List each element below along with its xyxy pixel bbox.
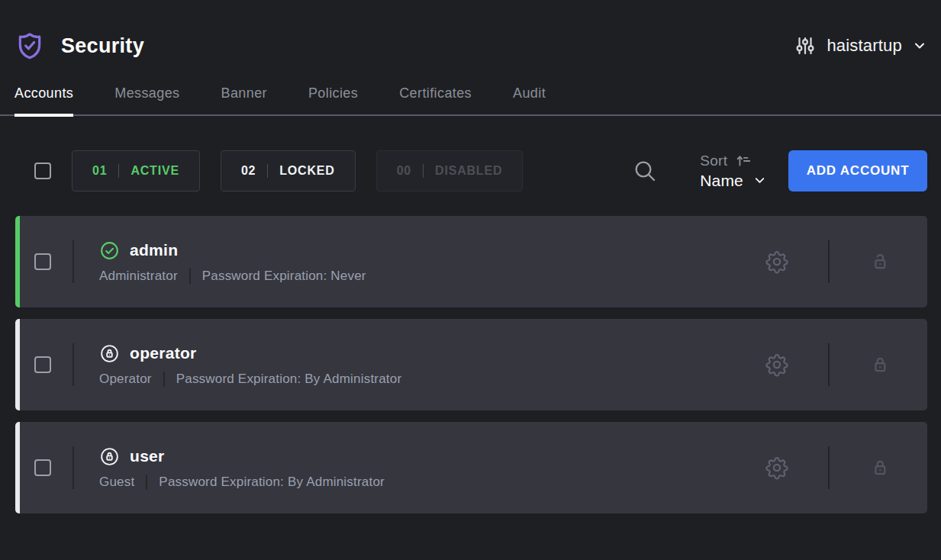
account-row: admin Administrator Password Expiration:… [15,216,927,307]
subtitle-divider [146,475,147,490]
account-name: admin [130,241,178,259]
subtitle-divider [189,269,191,284]
password-expiration: Password Expiration: Never [202,269,366,284]
filter-label: DISABLED [435,164,502,178]
lock-icon[interactable] [868,353,891,376]
account-settings-gear-icon[interactable] [765,249,789,274]
filter-chip-locked[interactable]: 02 LOCKED [221,150,356,191]
filter-chip-active[interactable]: 01 ACTIVE [72,150,200,191]
actions-divider [828,240,830,283]
lock-icon[interactable] [868,456,891,479]
tab-messages[interactable]: Messages [114,85,179,114]
status-locked-icon [99,446,120,467]
chevron-down-icon [752,173,767,188]
password-expiration: Password Expiration: By Administrator [159,475,385,490]
workspace-label: haistartup [827,36,902,56]
page-title: Security [61,34,144,58]
chip-divider [423,164,424,178]
unlock-icon[interactable] [868,250,891,273]
tab-policies[interactable]: Policies [308,85,358,114]
account-list: admin Administrator Password Expiration:… [0,216,941,513]
chip-divider [267,164,268,178]
row-checkbox[interactable] [34,253,51,270]
sort-value: Name [700,172,743,190]
chip-divider [118,164,119,178]
filter-count: 01 [92,164,107,178]
tab-banner[interactable]: Banner [221,85,267,114]
sliders-icon [794,34,817,57]
add-account-button[interactable]: ADD ACCOUNT [788,150,927,191]
row-divider [73,446,74,489]
accounts-toolbar: 01 ACTIVE 02 LOCKED 00 DISABLED Sort [15,150,927,191]
account-name: user [130,447,165,465]
account-row: user Guest Password Expiration: By Admin… [15,422,927,513]
select-all-checkbox[interactable] [34,163,51,179]
account-settings-gear-icon[interactable] [765,352,789,377]
account-name: operator [130,344,197,362]
workspace-menu[interactable]: haistartup [794,34,927,57]
row-checkbox[interactable] [34,459,51,476]
row-divider [73,240,74,283]
sort-asc-icon [735,153,752,169]
account-settings-gear-icon[interactable] [765,455,789,480]
account-role: Guest [99,475,134,490]
subtitle-divider [163,372,165,387]
actions-divider [828,446,830,489]
security-shield-icon [15,31,44,61]
filter-label: ACTIVE [131,164,179,178]
chevron-down-icon [912,38,927,53]
password-expiration: Password Expiration: By Administrator [176,372,402,387]
tab-bar: Accounts Messages Banner Policies Certif… [0,85,941,116]
account-row: operator Operator Password Expiration: B… [15,319,927,410]
app-header: Security haistartup [0,0,941,61]
row-checkbox[interactable] [34,356,51,373]
status-active-icon [99,240,120,261]
sort-label: Sort [700,153,727,169]
row-divider [73,343,74,386]
filter-count: 02 [241,164,256,178]
tab-audit[interactable]: Audit [513,85,546,114]
tab-certificates[interactable]: Certificates [399,85,472,114]
account-role: Operator [99,372,152,387]
actions-divider [828,343,830,386]
search-icon[interactable] [633,159,657,183]
account-role: Administrator [99,269,178,284]
tab-accounts[interactable]: Accounts [15,85,73,114]
filter-count: 00 [397,164,411,178]
filter-label: LOCKED [279,164,334,178]
sort-control[interactable]: Sort Name [700,153,767,190]
filter-chip-disabled[interactable]: 00 DISABLED [376,150,524,191]
status-locked-icon [99,343,120,364]
